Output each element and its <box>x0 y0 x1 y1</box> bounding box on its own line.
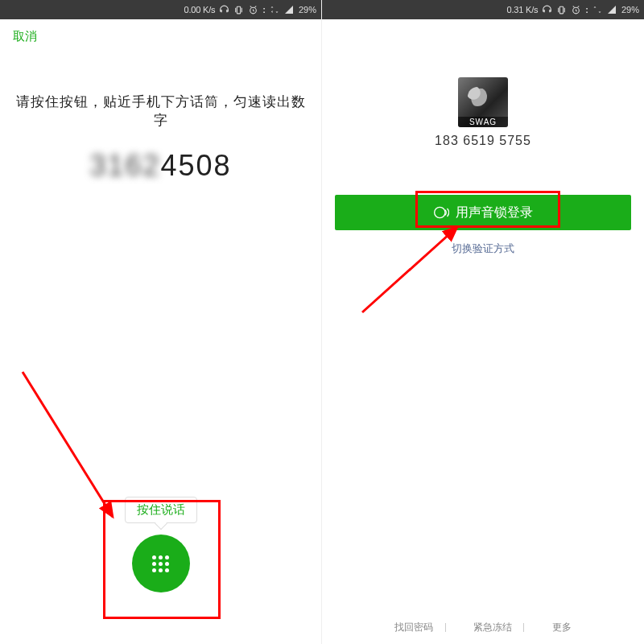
voice-login-screen: 0.31 K/s : 29% SWAG 183 6519 5755 用声音锁登录… <box>322 0 644 644</box>
hold-to-speak-button[interactable] <box>132 535 190 592</box>
find-password-link[interactable]: 找回密码 <box>386 621 441 633</box>
svg-point-5 <box>435 207 445 217</box>
voice-login-button[interactable]: 用声音锁登录 <box>335 195 631 230</box>
battery-percent: 29% <box>621 5 639 14</box>
network-speed: 0.00 K/s <box>184 5 216 14</box>
alarm-icon <box>571 5 581 15</box>
status-bar: 0.00 K/s : 29% <box>0 0 321 19</box>
avatar-caption: SWAG <box>458 117 508 127</box>
colon-icon: : <box>585 5 588 14</box>
microphone-dots-icon <box>152 555 169 572</box>
vibrate-icon <box>556 5 567 15</box>
svg-rect-0 <box>237 6 241 14</box>
phone-number: 183 6519 5755 <box>322 134 644 148</box>
account-header: SWAG 183 6519 5755 <box>322 77 644 148</box>
hold-label-bubble: 按住说话 <box>125 497 197 523</box>
verification-digits: 31624508 <box>0 149 321 183</box>
divider <box>445 623 462 632</box>
voice-record-screen: 0.00 K/s : 29% 取消 请按住按钮，贴近手机下方话筒，匀速读出数字 … <box>0 0 322 644</box>
hold-to-speak-area: 按住说话 <box>105 485 217 612</box>
signal-icon <box>606 5 617 14</box>
signal-icon <box>283 5 295 14</box>
more-link[interactable]: 更多 <box>544 621 580 633</box>
voice-login-label: 用声音锁登录 <box>456 204 533 221</box>
divider <box>523 623 540 632</box>
alarm-icon <box>248 5 258 15</box>
voiceprint-icon <box>433 204 449 221</box>
status-bar: 0.31 K/s : 29% <box>322 0 644 19</box>
switch-verification-link[interactable]: 切换验证方式 <box>335 242 631 256</box>
instruction-text: 请按住按钮，贴近手机下方话筒，匀速读出数字 <box>0 93 321 130</box>
emergency-freeze-link[interactable]: 紧急冻结 <box>465 621 520 633</box>
digits-visible: 4508 <box>161 149 232 182</box>
headphones-icon <box>542 5 552 15</box>
battery-percent: 29% <box>299 5 316 14</box>
mobile-data-icon <box>270 5 279 14</box>
footer-links: 找回密码 紧急冻结 更多 <box>322 621 644 634</box>
svg-line-2 <box>23 372 113 517</box>
mobile-data-icon <box>592 5 602 14</box>
avatar: SWAG <box>458 77 508 127</box>
colon-icon: : <box>262 5 266 14</box>
network-speed: 0.31 K/s <box>507 5 539 14</box>
cancel-button[interactable]: 取消 <box>0 19 50 54</box>
svg-rect-3 <box>560 6 564 14</box>
vibrate-icon <box>233 5 244 15</box>
digits-masked: 3162 <box>89 149 160 182</box>
headphones-icon <box>219 5 229 15</box>
